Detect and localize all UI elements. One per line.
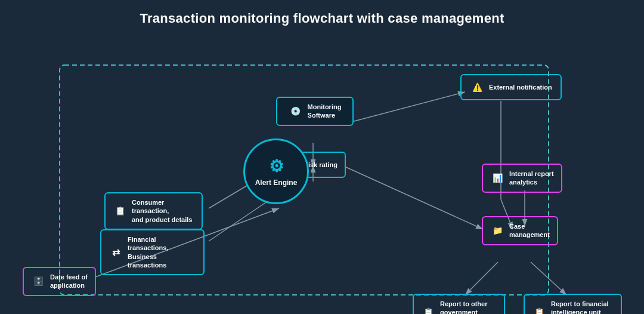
- report-government-node: 📋 Report to othergovernment bodies: [413, 294, 505, 314]
- case-management-label: Casemanagement: [509, 222, 550, 239]
- case-management-node: 📁 Casemanagement: [482, 216, 558, 245]
- clipboard-icon: 📋: [113, 204, 127, 218]
- flowchart-area: ⚠️ External notification 💿 MonitoringSof…: [12, 32, 632, 307]
- external-notification-label: External notification: [489, 83, 552, 91]
- svg-line-8: [345, 167, 483, 229]
- report-icon: 📊: [490, 171, 504, 185]
- date-feed-node: 🗄️ Date feed ofapplication: [23, 267, 96, 296]
- external-notification-node: ⚠️ External notification: [460, 74, 562, 100]
- page: Transaction monitoring flowchart with ca…: [0, 0, 644, 307]
- svg-line-14: [352, 92, 465, 122]
- fiu-report-icon: 📋: [532, 305, 546, 314]
- alert-engine-node: ⚙ Alert Engine: [243, 138, 309, 204]
- database-icon: 🗄️: [31, 274, 45, 288]
- internal-report-node: 📊 Internal reportanalytics: [482, 164, 562, 193]
- date-feed-label: Date feed ofapplication: [50, 273, 88, 290]
- svg-line-12: [465, 262, 498, 295]
- consumer-transaction-label: Consumer transaction,and product details: [132, 198, 194, 224]
- financial-transactions-node: ⇄ Financial transactions,Business transa…: [100, 229, 205, 275]
- monitoring-software-label: MonitoringSoftware: [308, 103, 342, 120]
- report-fiu-label: Report to financialintelligence unit (FI…: [551, 300, 614, 314]
- consumer-transaction-node: 📋 Consumer transaction,and product detai…: [104, 192, 203, 230]
- internal-report-label: Internal reportanalytics: [509, 170, 554, 187]
- financial-transactions-label: Financial transactions,Business transact…: [128, 235, 196, 269]
- monitoring-icon: 💿: [289, 104, 303, 118]
- alert-engine-label: Alert Engine: [255, 178, 298, 187]
- transfer-icon: ⇄: [109, 245, 123, 260]
- case-icon: 📁: [490, 223, 504, 238]
- report-fiu-node: 📋 Report to financialintelligence unit (…: [524, 294, 622, 314]
- alert-engine-icon: ⚙: [269, 156, 284, 176]
- svg-line-13: [531, 262, 566, 295]
- warning-icon: ⚠️: [470, 80, 484, 94]
- report-government-label: Report to othergovernment bodies: [440, 300, 497, 314]
- gov-report-icon: 📋: [421, 305, 435, 314]
- page-title: Transaction monitoring flowchart with ca…: [0, 0, 644, 32]
- monitoring-software-node: 💿 MonitoringSoftware: [276, 97, 354, 126]
